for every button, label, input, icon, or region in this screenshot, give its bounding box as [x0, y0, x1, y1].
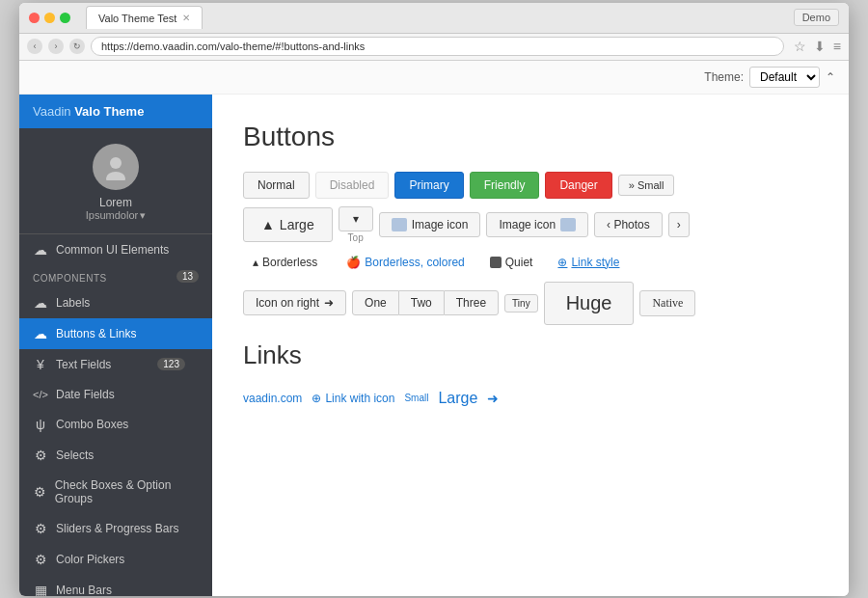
- large-button[interactable]: ▲ Large: [243, 207, 333, 242]
- sidebar-item-checkboxes[interactable]: ⚙ Check Boxes & Option Groups: [19, 471, 212, 513]
- refresh-button[interactable]: ↻: [69, 39, 85, 54]
- selects-icon: ⚙: [33, 448, 48, 463]
- sidebar-item-labels[interactable]: ☁ Labels: [19, 287, 212, 318]
- sidebar-item-colorpickers[interactable]: ⚙ Color Pickers: [19, 544, 212, 575]
- sidebar-item-sliders[interactable]: ⚙ Sliders & Progress Bars: [19, 513, 212, 544]
- image-icon-button-1[interactable]: Image icon: [379, 212, 481, 237]
- maximize-button[interactable]: [60, 13, 70, 23]
- browser-window: Valo Theme Test ✕ Demo ‹ › ↻ ☆ ⬇ ≡ Theme…: [19, 3, 849, 596]
- sliders-icon: ⚙: [33, 521, 48, 536]
- top-dropdown-icon: ▾: [353, 212, 359, 226]
- buttons-icon: ☁: [33, 326, 48, 341]
- sidebar-item-textfields[interactable]: ¥ Text Fields 123: [19, 349, 212, 380]
- textfields-icon: ¥: [33, 357, 48, 372]
- sidebar-item-menubars[interactable]: ▦ Menu Bars: [19, 575, 212, 596]
- sidebar-item-label: Common UI Elements: [56, 243, 169, 257]
- colorpickers-icon: ⚙: [33, 552, 48, 567]
- button-row-3: ▴ Borderless 🍎 Borderless, colored Quiet…: [243, 251, 818, 274]
- two-button[interactable]: Two: [399, 290, 444, 315]
- theme-chevron-icon: ⌃: [826, 70, 835, 84]
- avatar: [93, 144, 139, 190]
- user-dropdown-icon[interactable]: ▾: [140, 209, 146, 222]
- disabled-button: Disabled: [315, 172, 390, 199]
- traffic-lights: [29, 13, 70, 23]
- links-title: Links: [243, 340, 818, 370]
- vaadin-link[interactable]: vaadin.com: [243, 392, 302, 405]
- address-input[interactable]: [91, 37, 784, 56]
- minimize-button[interactable]: [44, 13, 55, 23]
- sidebar-item-label: Sliders & Progress Bars: [56, 522, 178, 535]
- sidebar-item-label: Text Fields: [56, 358, 111, 371]
- borderless-button[interactable]: ▴ Borderless: [243, 251, 327, 274]
- small-button[interactable]: » Small: [618, 175, 675, 196]
- sidebar-item-buttons[interactable]: ☁ Buttons & Links: [19, 318, 212, 349]
- download-icon[interactable]: ⬇: [814, 39, 826, 54]
- huge-button[interactable]: Huge: [544, 282, 635, 325]
- one-two-three-group: One Two Three: [352, 290, 499, 315]
- link-arrow-icon[interactable]: ➜: [487, 391, 499, 406]
- forward-button[interactable]: ›: [48, 39, 64, 54]
- back-button[interactable]: ‹: [27, 39, 42, 54]
- link-with-icon[interactable]: ⊕ Link with icon: [312, 392, 394, 405]
- menu-icon: ▦: [33, 583, 48, 596]
- sidebar-item-selects[interactable]: ⚙ Selects: [19, 440, 212, 471]
- nav-right-button[interactable]: ›: [668, 212, 690, 237]
- top-label: Top: [348, 232, 364, 243]
- demo-button[interactable]: Demo: [794, 9, 839, 26]
- quiet-icon: [490, 257, 502, 268]
- link-style-button[interactable]: ⊕ Link style: [548, 251, 629, 274]
- one-button[interactable]: One: [352, 290, 399, 315]
- user-name: Lorem: [99, 196, 132, 209]
- date-icon: </>: [33, 389, 48, 400]
- browser-tab[interactable]: Valo Theme Test ✕: [86, 6, 203, 29]
- large-link[interactable]: Large: [438, 390, 477, 407]
- large-chevron-icon: ▲: [261, 217, 275, 232]
- icon-on-right-arrow: ➜: [324, 296, 334, 310]
- normal-button[interactable]: Normal: [243, 172, 310, 199]
- small-link[interactable]: Small: [404, 393, 428, 403]
- sidebar-item-common[interactable]: ☁ Common UI Elements: [19, 234, 212, 265]
- close-button[interactable]: [29, 13, 40, 23]
- brand-bold: Valo Theme: [74, 104, 144, 119]
- theme-section: Theme: Default ⌃: [19, 61, 849, 95]
- icon-on-right-button[interactable]: Icon on right ➜: [243, 290, 346, 315]
- tab-label: Valo Theme Test: [98, 13, 176, 24]
- quiet-button[interactable]: Quiet: [480, 251, 543, 274]
- brand-name: Vaadin: [33, 104, 74, 119]
- user-section: Lorem Ipsumdolor ▾: [19, 128, 212, 234]
- checkboxes-icon: ⚙: [33, 484, 47, 500]
- button-row-1: Normal Disabled Primary Friendly Danger …: [243, 172, 818, 199]
- friendly-button[interactable]: Friendly: [470, 172, 540, 199]
- danger-button[interactable]: Danger: [545, 172, 611, 199]
- native-button[interactable]: Native: [639, 290, 695, 316]
- bookmark-icon[interactable]: ☆: [794, 39, 806, 54]
- sidebar-item-datefields[interactable]: </> Date Fields: [19, 380, 212, 409]
- sidebar-item-label: Menu Bars: [56, 584, 112, 596]
- theme-select[interactable]: Default: [749, 67, 820, 88]
- sidebar-item-comboboxes[interactable]: ψ Combo Boxes: [19, 409, 212, 440]
- three-button[interactable]: Three: [444, 290, 499, 315]
- photos-button[interactable]: ‹ Photos: [594, 212, 663, 237]
- sidebar: Vaadin Valo Theme Lorem Ipsumdolor ▾ ☁: [19, 95, 212, 596]
- svg-point-1: [106, 172, 125, 180]
- borderless-colored-button[interactable]: 🍎 Borderless, colored: [333, 251, 474, 274]
- theme-label: Theme:: [704, 70, 744, 84]
- menu-icon[interactable]: ≡: [833, 39, 841, 54]
- sidebar-header: Vaadin Valo Theme: [19, 95, 212, 128]
- tiny-button[interactable]: Tiny: [504, 294, 538, 313]
- link-icon: ⊕: [312, 392, 321, 405]
- svg-point-0: [110, 157, 122, 169]
- button-row-4: Icon on right ➜ One Two Three Tiny Huge …: [243, 282, 818, 325]
- tab-close-icon[interactable]: ✕: [182, 13, 190, 23]
- page-title: Buttons: [243, 122, 818, 152]
- address-bar: ‹ › ↻ ☆ ⬇ ≡: [19, 34, 849, 61]
- links-row: vaadin.com ⊕ Link with icon Small Large …: [243, 390, 818, 407]
- labels-icon: ☁: [33, 295, 48, 311]
- borderless-chevron-icon: ▴: [253, 256, 258, 269]
- image-icon-button-2[interactable]: Image icon: [486, 212, 588, 237]
- top-button[interactable]: ▾: [339, 206, 373, 231]
- primary-button[interactable]: Primary: [394, 172, 463, 199]
- button-row-2: ▲ Large ▾ Top Image icon Image icon: [243, 206, 818, 243]
- cloud-icon: ☁: [33, 242, 48, 258]
- components-badge: 13: [176, 270, 199, 283]
